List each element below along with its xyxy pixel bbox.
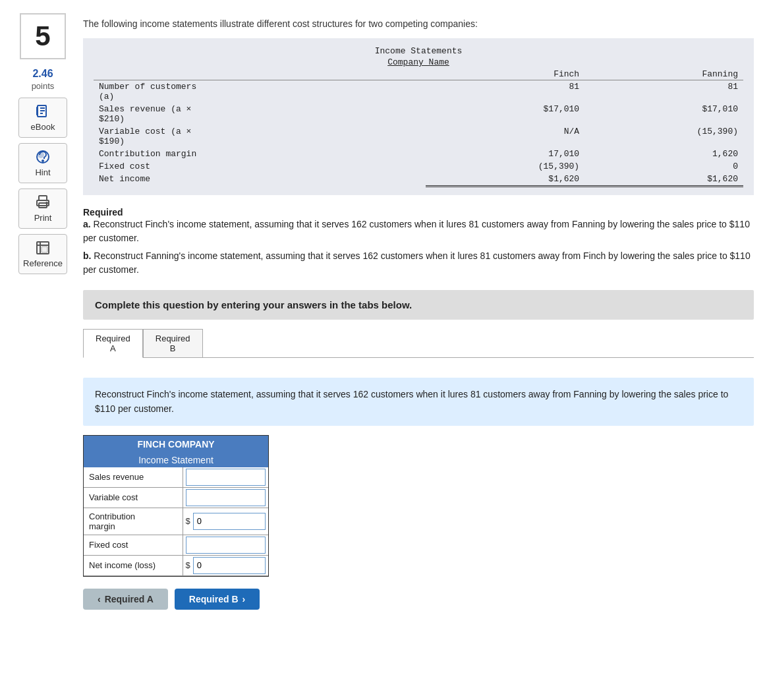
question-number: 5 <box>20 13 66 59</box>
income-data-table: Finch Fanning Number of customers(a) 81 … <box>94 69 743 187</box>
next-button[interactable]: Required B › <box>175 589 260 610</box>
dollar-sign-net: $ <box>186 560 190 570</box>
finch-statement-name: Income Statement <box>84 453 268 467</box>
next-chevron-icon: › <box>242 594 246 604</box>
fixed-cost-input[interactable] <box>186 537 266 554</box>
req-letter-b: b. <box>83 250 94 261</box>
finch-input-table: Sales revenue Variable cost <box>84 467 268 576</box>
tabs-container: RequiredA RequiredB <box>83 329 754 358</box>
svg-point-4 <box>42 160 43 161</box>
problem-intro: The following income statements illustra… <box>83 18 754 29</box>
table-row: Net income (loss) $ <box>84 555 268 575</box>
table-row: Sales revenue <box>84 467 268 488</box>
tab-a-content: Reconstruct Finch's income statement, as… <box>83 367 754 610</box>
requirements-list: a. Reconstruct Finch's income statement,… <box>83 218 754 277</box>
next-button-label: Required B <box>189 594 239 604</box>
income-table-subtitle: Company Name <box>94 57 743 67</box>
reference-button[interactable]: Reference <box>18 234 67 274</box>
table-row: Net income $1,620 $1,620 <box>94 173 743 187</box>
reference-icon <box>35 240 51 256</box>
hint-label: Hint <box>35 167 50 177</box>
income-statement-table: Income Statements Company Name Finch Fan… <box>83 38 754 195</box>
row-value-fanning-net: $1,620 <box>584 173 743 187</box>
prev-chevron-icon: ‹ <box>98 594 101 604</box>
finch-row-label-variable: Variable cost <box>84 487 183 508</box>
main-content: The following income statements illustra… <box>83 13 754 610</box>
table-row: Variable cost (a ×$190) N/A (15,390) <box>94 125 743 148</box>
net-income-input[interactable] <box>193 557 266 574</box>
col-header-blank <box>94 69 426 80</box>
finch-input-variable[interactable] <box>183 487 268 508</box>
req-text-a: Reconstruct Finch's income statement, as… <box>83 219 750 243</box>
finch-input-contribution[interactable]: $ <box>183 508 268 535</box>
row-value-finch-variable: N/A <box>426 125 584 148</box>
col-header-finch: Finch <box>426 69 584 80</box>
tab-required-a[interactable]: RequiredA <box>83 329 143 358</box>
row-label-variable: Variable cost (a ×$190) <box>94 125 426 148</box>
points-value: 2.46 <box>32 67 55 81</box>
points-display: 2.46 points <box>32 67 55 92</box>
required-section: Required a. Reconstruct Finch's income s… <box>83 204 754 281</box>
hint-button[interactable]: Hint <box>18 143 67 183</box>
tab-required-b[interactable]: RequiredB <box>143 329 203 357</box>
table-row: Variable cost <box>84 487 268 508</box>
sales-revenue-input[interactable] <box>186 469 266 486</box>
variable-cost-input[interactable] <box>186 489 266 506</box>
svg-rect-5 <box>39 196 47 200</box>
nav-buttons: ‹ Required A Required B › <box>83 589 754 610</box>
row-value-finch-net: $1,620 <box>426 173 584 187</box>
contribution-margin-input[interactable] <box>193 513 266 530</box>
ebook-icon <box>35 103 51 119</box>
row-value-fanning-sales: $17,010 <box>584 103 743 125</box>
prev-button[interactable]: ‹ Required A <box>83 589 168 610</box>
print-icon <box>35 194 51 210</box>
points-text: points <box>32 81 55 92</box>
req-text-b: Reconstruct Fanning's income statement, … <box>83 250 751 275</box>
print-label: Print <box>34 213 52 223</box>
finch-company-name: FINCH COMPANY <box>84 436 268 453</box>
sidebar: 5 2.46 points eBook Hint <box>13 13 72 610</box>
table-row: Fixed cost <box>84 535 268 555</box>
finch-row-label-sales: Sales revenue <box>84 467 183 488</box>
row-value-fanning-variable: (15,390) <box>584 125 743 148</box>
table-row: Contributionmargin $ <box>84 508 268 535</box>
dollar-sign-contribution: $ <box>186 516 190 526</box>
list-item: a. Reconstruct Finch's income statement,… <box>83 218 754 245</box>
finch-input-net[interactable]: $ <box>183 555 268 575</box>
finch-row-label-net: Net income (loss) <box>84 555 183 575</box>
req-letter-a: a. <box>83 219 94 229</box>
row-value-fanning-fixed: 0 <box>584 160 743 173</box>
ebook-label: eBook <box>31 122 55 132</box>
svg-rect-1 <box>36 107 38 115</box>
row-label-net: Net income <box>94 173 426 187</box>
row-label-customers: Number of customers(a) <box>94 80 426 103</box>
table-row: Fixed cost (15,390) 0 <box>94 160 743 173</box>
row-label-sales: Sales revenue (a ×$210) <box>94 103 426 125</box>
table-row: Number of customers(a) 81 81 <box>94 80 743 103</box>
col-header-fanning: Fanning <box>584 69 743 80</box>
table-row: Sales revenue (a ×$210) $17,010 $17,010 <box>94 103 743 125</box>
row-value-fanning-customers: 81 <box>584 80 743 103</box>
reference-label: Reference <box>23 258 63 268</box>
tab-a-description: Reconstruct Finch's income statement, as… <box>83 378 754 426</box>
finch-input-fixed[interactable] <box>183 535 268 555</box>
required-heading: Required <box>83 207 754 218</box>
row-value-finch-contribution: 17,010 <box>426 148 584 160</box>
svg-rect-9 <box>42 247 47 252</box>
income-table-title: Income Statements <box>94 46 743 56</box>
finch-row-label-fixed: Fixed cost <box>84 535 183 555</box>
hint-icon <box>35 149 51 165</box>
table-row: Contribution margin 17,010 1,620 <box>94 148 743 160</box>
print-button[interactable]: Print <box>18 189 67 229</box>
row-label-fixed: Fixed cost <box>94 160 426 173</box>
finch-input-sales[interactable] <box>183 467 268 488</box>
row-label-contribution: Contribution margin <box>94 148 426 160</box>
row-value-fanning-contribution: 1,620 <box>584 148 743 160</box>
list-item: b. Reconstruct Fanning's income statemen… <box>83 249 754 277</box>
complete-banner: Complete this question by entering your … <box>83 290 754 320</box>
row-value-finch-sales: $17,010 <box>426 103 584 125</box>
prev-button-label: Required A <box>105 594 154 604</box>
row-value-finch-fixed: (15,390) <box>426 160 584 173</box>
ebook-button[interactable]: eBook <box>18 98 67 138</box>
finch-answer-table: FINCH COMPANY Income Statement Sales rev… <box>83 435 269 577</box>
